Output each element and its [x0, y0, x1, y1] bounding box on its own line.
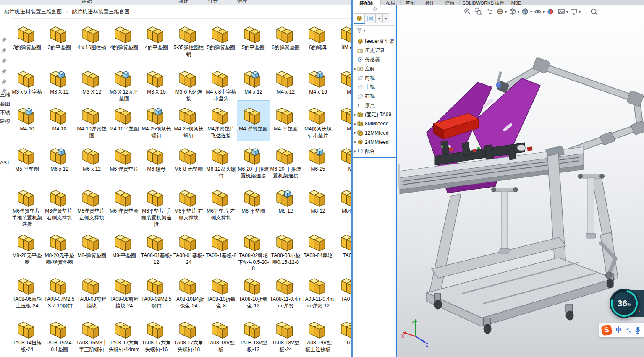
tree-item-3[interactable]: 传感器	[353, 55, 396, 65]
tree-item-10[interactable]: ▶8MMfeede	[353, 119, 396, 128]
ime-punctuation-toggle[interactable]: °,	[626, 326, 631, 334]
chevron-down-icon[interactable]: ▾	[566, 10, 568, 14]
tree-item-2[interactable]: 历史记录	[353, 46, 396, 55]
tree-item-8[interactable]: 原点	[353, 101, 396, 110]
ribbon-tab-3[interactable]: 草图	[401, 0, 420, 5]
file-item[interactable]: M8-平垫圈	[108, 227, 140, 271]
chevron-down-icon[interactable]: ▾	[518, 10, 519, 14]
file-item[interactable]: 3的平垫圈	[43, 19, 76, 64]
file-item[interactable]: 5的平垫圈	[237, 19, 270, 64]
file-item[interactable]: TA08-17六角头螺钉-16	[140, 315, 173, 357]
chevron-down-icon[interactable]: ▾	[505, 10, 507, 14]
file-item[interactable]: M8-12	[270, 183, 302, 227]
panel-scroll-right-button[interactable]: ▸	[382, 13, 389, 23]
apply-scene-icon[interactable]	[556, 7, 566, 17]
tree-item-9[interactable]: ▶(固定) TA09	[353, 110, 396, 119]
breadcrumb-folder[interactable]: 贴片机进料装置三维套图	[4, 8, 62, 16]
display-style-icon[interactable]	[520, 7, 530, 17]
tree-item-13[interactable]: ▶配合	[353, 147, 396, 156]
chevron-down-icon[interactable]: ▾	[530, 10, 532, 14]
file-item[interactable]: TA08-11-0.4mm 弹簧	[270, 271, 302, 315]
file-item[interactable]: M6弹簧垫片-左侧支撑块	[76, 183, 108, 227]
tree-item-12[interactable]: ▶24MMfeed	[353, 138, 396, 147]
file-item[interactable]: M8-12	[302, 183, 334, 227]
file-item[interactable]: M8弹簧	[334, 183, 351, 227]
file-item[interactable]: M4-10	[43, 101, 76, 141]
ribbon-tab-1[interactable]: 装配体	[353, 0, 381, 5]
section-view-icon[interactable]	[495, 7, 505, 17]
file-item[interactable]: M	[334, 141, 351, 183]
view-orientation-icon[interactable]	[508, 7, 518, 17]
sidebar-item[interactable]: 建模	[0, 118, 10, 125]
file-item[interactable]: M8-弹簧垫圈	[76, 227, 108, 271]
file-item[interactable]: 5的弹簧垫圈	[205, 19, 237, 64]
file-item[interactable]: TA08-16M3十字三阶螺钉	[76, 315, 108, 357]
pin-icon[interactable]	[1, 68, 7, 74]
sidebar-item[interactable]: 三维	[0, 91, 10, 99]
file-item[interactable]: 6的弹簧垫圈	[270, 19, 302, 64]
expand-arrow-icon[interactable]: ▶	[353, 122, 357, 126]
file-item[interactable]: M4 x 8十字槽小盘头	[205, 64, 237, 101]
ime-logo[interactable]: S	[601, 324, 612, 336]
file-item[interactable]: TA08-11-0.4mm 弹簧-12	[302, 271, 334, 315]
file-item[interactable]: M6-25	[302, 141, 334, 183]
file-item[interactable]: M6-8-无垫圈	[173, 141, 205, 183]
file-item[interactable]: TA08-01基板-12	[140, 227, 173, 271]
file-item[interactable]: M6 x 12	[43, 141, 76, 183]
sidebar-item[interactable]: 不锈	[0, 109, 10, 116]
hide-show-items-icon[interactable]	[533, 7, 543, 17]
file-item[interactable]: M6-平垫圈	[237, 183, 270, 227]
pin-icon[interactable]	[1, 58, 7, 64]
breadcrumb-folder-current[interactable]: 贴片机进料装置三维套图	[72, 8, 130, 16]
edit-appearance-icon[interactable]	[545, 7, 555, 17]
performance-badge[interactable]: 36%	[610, 289, 639, 318]
file-item[interactable]: 6的螺母	[302, 19, 334, 64]
ribbon-tab-2[interactable]: 布局	[381, 0, 401, 5]
file-item[interactable]: TA0 轮	[334, 227, 351, 271]
file-item[interactable]: TA08-08前程挡块	[76, 271, 108, 315]
microphone-icon[interactable]	[635, 326, 641, 334]
file-item[interactable]: M6平垫片-左侧支撑块	[205, 183, 237, 227]
file-item[interactable]: TA08-17六角头螺钉-14mm	[108, 315, 140, 357]
expand-arrow-icon[interactable]: ▶	[353, 67, 357, 71]
file-item[interactable]: TA08-10折钣金-12	[237, 271, 270, 315]
file-item[interactable]: M8-20无平垫圈	[11, 227, 43, 271]
file-item[interactable]: M8-20无平垫圈-弹簧垫圈	[43, 227, 76, 271]
zoom-to-area-icon[interactable]	[473, 7, 483, 17]
file-item[interactable]: TA08-08前程挡块-24	[108, 271, 140, 315]
zoom-to-fit-icon[interactable]	[462, 7, 472, 17]
ime-language-toggle[interactable]: 中	[616, 326, 622, 334]
file-item[interactable]: TA08-15M4-0.1垫圈	[43, 315, 76, 357]
view-settings-icon[interactable]	[569, 7, 579, 17]
solidworks-3d-viewport[interactable]: Y X Z	[397, 5, 644, 357]
file-item[interactable]: M6平垫片-右侧支撑块	[173, 183, 205, 227]
file-item[interactable]: M4-10	[11, 101, 43, 141]
file-item[interactable]: M6弹簧垫片-右侧支撑块	[43, 183, 76, 227]
file-item[interactable]: M5-平垫圈	[11, 141, 43, 183]
file-item[interactable]: 5-35弹性圆柱销	[173, 19, 205, 64]
panel-scroll-left-button[interactable]: ◂	[376, 13, 382, 23]
file-item[interactable]: M4-25锁紧长螺钉	[173, 101, 205, 141]
tree-item-11[interactable]: ▶12MMfeed	[353, 128, 396, 138]
file-item[interactable]: TA08-03小垫圈0.15-12-8	[270, 227, 302, 271]
ribbon-tab-4[interactable]: 标注	[420, 0, 440, 5]
command-bar-item[interactable]: 选择	[237, 0, 247, 5]
file-item[interactable]: M3-6飞达连接	[173, 64, 205, 101]
file-item[interactable]: 4 x 16圆柱销	[76, 19, 108, 64]
file-item[interactable]: TA08-10折钣金-8	[205, 271, 237, 315]
sidebar-item[interactable]: 套图	[0, 100, 10, 107]
expand-arrow-icon[interactable]: ▶	[353, 149, 357, 153]
file-item[interactable]: TA08-09M2.5铆钉	[140, 271, 173, 315]
file-item[interactable]: M3 X 12无平垫圈	[108, 64, 140, 101]
file-item[interactable]: M6平垫片-手推装置机架连接	[140, 183, 173, 227]
file-item[interactable]: TA08-10B4折钣金-24	[173, 271, 205, 315]
file-item[interactable]: M3 X 15	[140, 64, 173, 101]
previous-view-icon[interactable]	[484, 7, 494, 17]
file-item[interactable]: TA08-17六角头螺钉-18	[173, 315, 205, 357]
file-item[interactable]: M6 螺母	[140, 141, 173, 183]
tree-item-7[interactable]: 右视	[353, 92, 396, 101]
panel-splitter-handle[interactable]	[398, 164, 400, 187]
file-item[interactable]: 4的平垫圈	[140, 19, 173, 64]
file-item[interactable]: M4 x 12	[270, 64, 302, 101]
file-item[interactable]: M6-12盘头螺钉	[205, 141, 237, 183]
